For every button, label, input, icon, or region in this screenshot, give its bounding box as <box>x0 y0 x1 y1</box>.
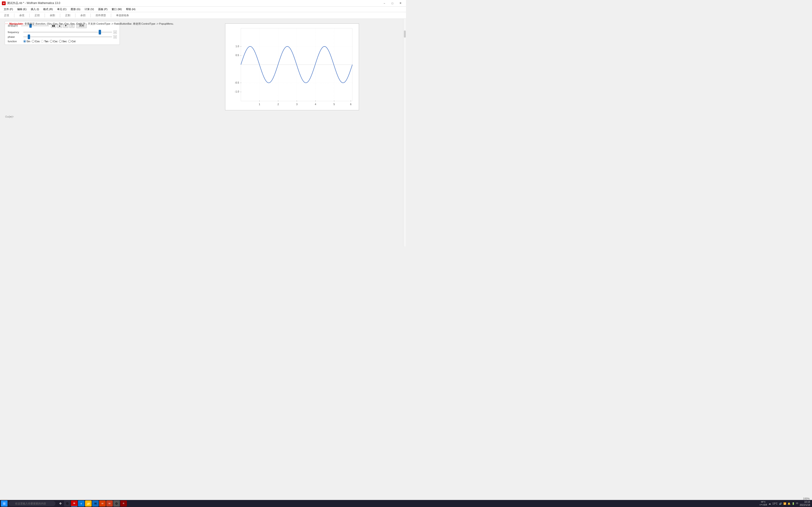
toolbar-cot[interactable]: 余切 <box>78 13 88 18</box>
radio-sin[interactable]: Sin <box>23 40 30 43</box>
radio-csc[interactable]: Csc <box>50 40 58 43</box>
toolbar-cos[interactable]: 余弦 <box>17 13 27 18</box>
frequency-thumb[interactable] <box>99 30 101 35</box>
phase-track[interactable] <box>23 36 112 37</box>
svg-text:2: 2 <box>277 103 279 106</box>
toolbar-sin[interactable]: 正弦 <box>2 13 11 18</box>
menu-calc[interactable]: 计算 (V) <box>83 7 96 11</box>
toolbar-tan[interactable]: 正切 <box>33 13 42 18</box>
menu-help[interactable]: 帮助 (H) <box>124 7 137 11</box>
radio-cot[interactable]: Cot <box>68 40 75 43</box>
svg-text:3: 3 <box>296 103 297 106</box>
svg-text:4: 4 <box>315 103 316 106</box>
radio-csc-label: Csc <box>53 40 58 43</box>
minimize-button[interactable]: − <box>380 1 388 6</box>
menu-file[interactable]: 文件 (F) <box>2 7 15 11</box>
frequency-row: frequency □ <box>8 31 117 34</box>
warning-message: 变量指定 {function, {Sin, Cos, Tan, Csc, Sec… <box>24 22 174 25</box>
radio-cos[interactable]: Cos <box>32 40 40 43</box>
radio-csc-circle[interactable] <box>50 40 53 43</box>
menu-edit[interactable]: 编辑 (E) <box>15 7 29 11</box>
menu-insert[interactable]: 插入 (I) <box>29 7 41 11</box>
svg-text:6: 6 <box>350 103 352 106</box>
menu-cell[interactable]: 单元 (C) <box>55 7 68 11</box>
title-bar-left: M 测试作品.nb * - Wolfram Mathematica 13.0 <box>2 1 60 5</box>
radio-sin-circle[interactable] <box>23 40 26 43</box>
toolbar-sec[interactable]: 正割 <box>63 13 72 18</box>
function-row: function Sin Cos Tan Csc <box>8 40 117 43</box>
menu-panel[interactable]: 面板 (P) <box>96 7 109 11</box>
scrollbar-thumb[interactable] <box>404 31 406 38</box>
radio-cot-circle[interactable] <box>68 40 71 43</box>
title-bar: M 测试作品.nb * - Wolfram Mathematica 13.0 −… <box>0 0 406 7</box>
scrollbar[interactable] <box>403 19 406 246</box>
radio-cot-label: Cot <box>71 40 75 43</box>
radio-tan-label: Tan <box>44 40 48 43</box>
toolbar-control-type[interactable]: 控件类型 <box>94 13 108 18</box>
plot-outer: 1.0 0.5 -0.5 -1.0 1 2 3 4 <box>110 21 246 110</box>
toolbar-radio-bar[interactable]: 单选按钮条 <box>114 13 131 18</box>
toolbar-sep1 <box>14 14 14 17</box>
main-content: 自动运行 ▮▮ ▲ ▼ → 关闭 frequency □ <box>0 19 406 246</box>
svg-text:-0.5: -0.5 <box>235 81 239 84</box>
svg-text:0.5: 0.5 <box>236 54 239 57</box>
phase-label: phase <box>8 36 22 38</box>
phase-row: phase □ <box>8 35 117 39</box>
output-label: Out[●]= <box>5 115 14 118</box>
svg-text:1.0: 1.0 <box>236 45 239 48</box>
menu-format[interactable]: 格式 (R) <box>41 7 54 11</box>
window-title: 测试作品.nb * - Wolfram Mathematica 13.0 <box>7 1 60 5</box>
function-label: function <box>8 40 22 43</box>
phase-thumb[interactable] <box>28 35 30 39</box>
radio-sin-label: Sin <box>27 40 30 43</box>
warning-dots: ··· <box>5 21 8 25</box>
app-icon: M <box>2 1 6 5</box>
menu-bar: 文件 (F) 编辑 (E) 插入 (I) 格式 (R) 单元 (C) 图形 (G… <box>0 7 406 12</box>
frequency-label: frequency <box>8 31 22 34</box>
close-button[interactable]: ✕ <box>397 1 404 6</box>
svg-text:5: 5 <box>334 103 335 106</box>
toolbar-sep3 <box>45 14 45 17</box>
svg-text:-1.0: -1.0 <box>235 90 239 93</box>
warning-content: Manipulate: 变量指定 {function, {Sin, Cos, T… <box>9 22 174 25</box>
radio-cos-label: Cos <box>35 40 40 43</box>
output-label-area: Out[●]= <box>5 115 14 118</box>
notebook-area: 自动运行 ▮▮ ▲ ▼ → 关闭 frequency □ <box>0 19 406 49</box>
radio-sec[interactable]: Sec <box>59 40 67 43</box>
warning-area: ··· Manipulate: 变量指定 {function, {Sin, Co… <box>5 22 401 25</box>
toolbar-sep5 <box>75 14 75 17</box>
menu-window[interactable]: 窗口 (W) <box>110 7 123 11</box>
radio-sec-circle[interactable] <box>59 40 62 43</box>
plot-container: 1.0 0.5 -0.5 -1.0 1 2 3 4 <box>225 23 359 110</box>
maximize-button[interactable]: □ <box>389 1 396 6</box>
svg-text:1: 1 <box>259 103 260 106</box>
radio-cos-circle[interactable] <box>32 40 35 43</box>
toolbar: 正弦 余弦 正切 余割 正割 余切 控件类型 单选按钮条 <box>0 12 406 19</box>
title-controls: − □ ✕ <box>380 1 404 6</box>
frequency-track[interactable] <box>23 32 112 33</box>
radio-sec-label: Sec <box>62 40 67 43</box>
toolbar-csc[interactable]: 余割 <box>48 13 57 18</box>
warning-bold: Manipulate: <box>9 22 24 25</box>
radio-tan[interactable]: Tan <box>41 40 48 43</box>
radio-tan-circle[interactable] <box>41 40 44 43</box>
plot-svg: 1.0 0.5 -0.5 -1.0 1 2 3 4 <box>225 24 359 110</box>
menu-graphics[interactable]: 图形 (G) <box>69 7 82 11</box>
